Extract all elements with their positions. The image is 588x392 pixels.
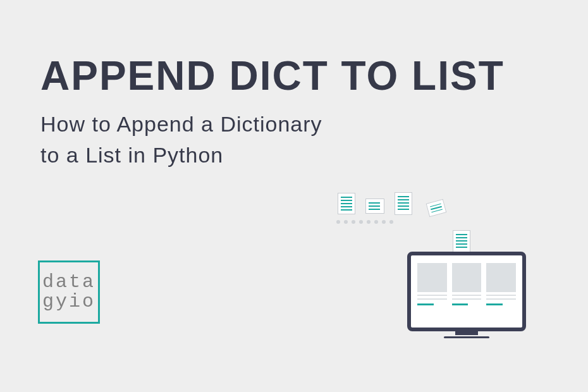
document-icon — [395, 192, 412, 215]
page-subtitle: How to Append a Dictionary to a List in … — [40, 109, 322, 171]
document-icon — [426, 199, 447, 217]
document-icon — [365, 199, 384, 214]
computer-illustration — [329, 191, 556, 355]
page-title: APPEND DICT TO LIST — [40, 56, 505, 96]
logo-line-2: gyio — [42, 292, 95, 312]
datagy-logo: data gyio — [38, 260, 100, 324]
subtitle-line-1: How to Append a Dictionary — [40, 112, 322, 136]
monitor-icon — [407, 252, 526, 341]
subtitle-line-2: to a List in Python — [40, 143, 223, 167]
document-icon — [453, 230, 470, 252]
loading-dots — [336, 220, 393, 224]
document-icon — [338, 193, 355, 214]
logo-line-1: data — [42, 273, 95, 293]
